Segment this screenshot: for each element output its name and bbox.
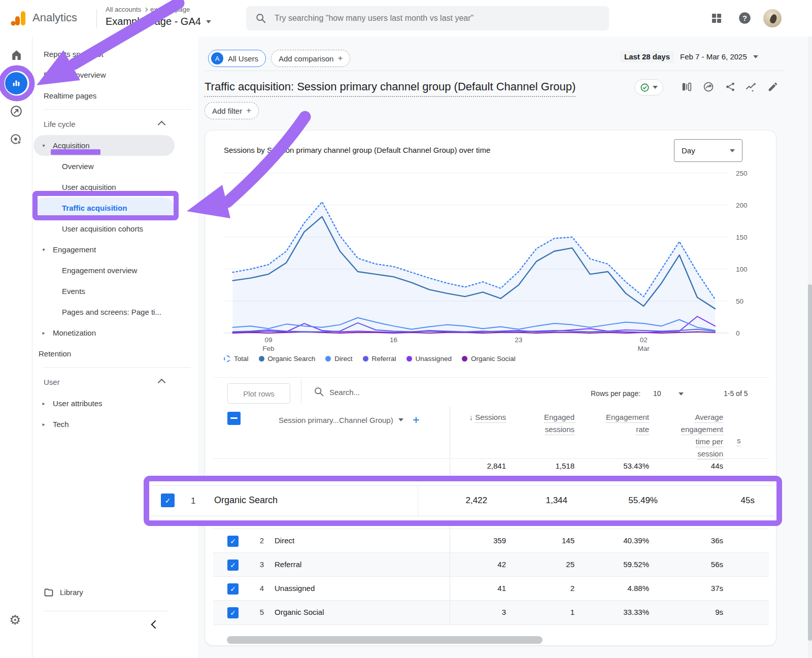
expand-down-icon[interactable]: ▾ [40,143,48,148]
date-range-value: Feb 7 - Mar 6, 2025 [680,52,747,61]
app-name: Analytics [32,11,77,24]
nav-item-engagement[interactable]: ▾Engagement [33,239,175,260]
table-row-direct: 2Direct35914540.39%36s [213,529,769,553]
table-search-input[interactable]: Search... [329,388,360,397]
table-toolbar-divider [213,377,769,378]
check-circle-icon [640,83,650,92]
row-avg-engagement-time: 45s [149,496,755,506]
rows-per-page-value[interactable]: 10 [653,389,661,398]
column-header-text: Average [695,413,723,423]
legend-dot-icon [224,355,230,362]
global-search[interactable] [246,6,609,30]
nav-item-tech[interactable]: ▸Tech [33,414,175,435]
explore-icon[interactable] [10,105,23,118]
reports-icon[interactable] [5,72,27,94]
nav-item-user-attributes[interactable]: ▸User attributes [33,393,175,414]
nav-item-label: User [33,378,60,386]
plot-rows-button[interactable]: Plot rows [227,383,290,404]
edit-pencil-icon[interactable] [767,81,779,92]
breadcrumb[interactable]: All accounts examplepage [106,6,190,13]
breadcrumb-root[interactable]: All accounts [106,6,141,13]
nav-item-user-acquisition-cohorts[interactable]: User acquisition cohorts [33,218,175,239]
share-icon[interactable] [725,81,736,92]
explore-report-icon[interactable] [703,81,714,92]
segment-avatar: A [211,52,223,64]
nav-item-pages-and-screens-page-ti[interactable]: Pages and screens: Page ti... [33,302,175,322]
sessions-line-chart: 05010015020025009Feb162302Mar [222,168,770,361]
property-name: Example Page - GA4 [106,16,201,27]
granularity-select[interactable]: Day [674,139,742,162]
chevron-down-icon [653,86,658,89]
nav-item-realtime-pages[interactable]: Realtime pages [33,85,175,106]
segment-chip-all-users[interactable]: A All Users [208,50,266,67]
legend-item-unassigned: Unassigned [407,355,452,363]
horizontal-scrollbar-thumb[interactable] [227,636,543,644]
annotation-box-traffic-acquisition [32,191,179,220]
legend-dot-icon [363,356,368,361]
nav-item-realtime-overview[interactable]: Realtime overview [33,64,175,85]
legend-label: Referral [372,355,396,363]
svg-text:?: ? [742,14,747,22]
nav-item-monetization[interactable]: ▸Monetization [33,322,175,343]
report-title: Traffic acquisition: Session primary cha… [205,80,576,97]
advertising-icon[interactable] [10,133,23,146]
report-card: Sessions by Session primary channel grou… [205,130,776,646]
nav-item-events[interactable]: Events [33,281,175,302]
granularity-value: Day [682,146,695,155]
collapse-section-icon[interactable] [158,121,166,129]
avatar[interactable] [763,9,782,27]
nav-item-overview[interactable]: Overview [33,156,175,177]
help-icon[interactable]: ? [738,11,752,25]
legend-item-organic-search: Organic Search [259,355,316,363]
add-comparison-button[interactable]: Add comparison + [271,50,350,67]
breadcrumb-page[interactable]: examplepage [150,6,190,13]
expand-right-icon[interactable]: ▸ [40,330,48,336]
nav-item-label: Monetization [48,328,96,337]
apps-grid-icon[interactable] [710,12,723,24]
toolbar-vertical-divider [301,379,301,404]
expand-right-icon[interactable]: ▸ [40,401,48,406]
column-header-text: session [697,449,723,459]
pagination-range: 1-5 of 5 [724,389,748,398]
comparison-mode-icon[interactable] [681,81,692,92]
settings-gear-icon[interactable]: ⚙ [9,612,21,628]
column-header-average-engagement-time-per-session[interactable]: Averageengagementtime persession [205,413,723,462]
svg-text:0: 0 [736,330,740,337]
chart-title: Sessions by Session primary channel grou… [224,146,490,154]
nav-library-row[interactable]: Library [32,582,198,603]
home-icon[interactable] [10,49,23,61]
nav-item-user[interactable]: User [33,371,175,393]
chevron-down-icon[interactable] [679,392,684,396]
nav-item-engagement-overview[interactable]: Engagement overview [33,260,175,281]
add-filter-button[interactable]: Add filter + [205,102,259,119]
nav-item-reports-snapshot[interactable]: Reports snapshot [33,44,175,64]
insights-icon[interactable] [745,81,757,93]
legend-label: Organic Search [268,355,316,363]
nav-item-life-cycle[interactable]: Life cycle [33,113,175,135]
annotation-highlighted-row: 1 Organic Search 2,422 1,344 55.49% 45s [144,476,782,526]
nav-divider [43,109,191,110]
data-quality-badge[interactable] [634,79,663,95]
column-header-text: time per [696,437,723,447]
collapse-section-icon[interactable] [158,379,166,387]
nav-item-label: Overview [33,162,94,171]
nav-item-label: User acquisition cohorts [33,224,143,233]
nav-item-retention[interactable]: Retention [33,343,175,364]
overlay-row-bottom-border [150,516,774,516]
page-scrollbar-thumb[interactable] [808,284,812,641]
date-range-picker[interactable]: Last 28 days Feb 7 - Mar 6, 2025 [620,51,758,62]
row-value: 9s [213,608,723,616]
header-divider [96,9,97,28]
nav-item-label: Events [33,287,85,295]
row-value: 56s [213,560,723,569]
svg-text:100: 100 [736,266,748,273]
expand-right-icon[interactable]: ▸ [40,421,48,427]
table-search-icon [314,386,324,397]
chevron-down-icon [730,149,735,152]
svg-text:200: 200 [736,202,748,209]
property-selector[interactable]: Example Page - GA4 [106,16,211,27]
search-input[interactable] [274,13,590,23]
analytics-logo-icon[interactable] [9,9,27,27]
expand-down-icon[interactable]: ▾ [40,247,48,252]
svg-text:250: 250 [736,170,748,177]
